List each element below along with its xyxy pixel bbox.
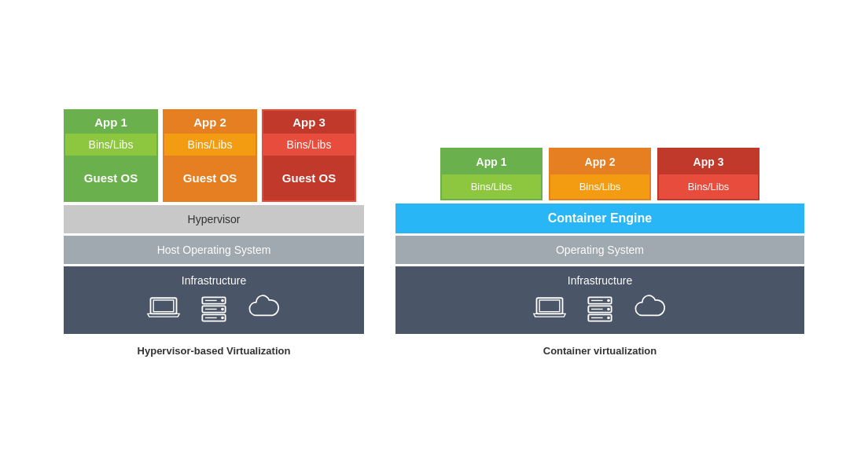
guestos3-label: Guest OS	[263, 156, 355, 200]
right-stack: App 1 Bins/Libs App 2 Bins/Libs App 3 Bi…	[395, 148, 804, 334]
left-stack: App 1 Bins/Libs Guest OS App 2 Bins/Libs…	[64, 109, 364, 334]
right-server-icon	[583, 295, 617, 323]
right-app2-label: App 2	[550, 149, 649, 174]
left-infra-layer: Infrastructure	[64, 266, 364, 334]
svg-point-7	[221, 316, 224, 319]
container-box-3: App 3 Bins/Libs	[657, 148, 760, 200]
vm-box-3: App 3 Bins/Libs Guest OS	[262, 109, 356, 202]
laptop-icon	[146, 295, 181, 323]
svg-point-18	[607, 316, 610, 319]
guestos1-label: Guest OS	[65, 156, 156, 200]
right-icons-row	[395, 287, 804, 326]
cloud-icon	[247, 295, 281, 323]
app3-label: App 3	[263, 111, 355, 134]
container-box-1: App 1 Bins/Libs	[440, 148, 542, 200]
bins3-label: Bins/Libs	[263, 134, 355, 156]
right-bins2-label: Bins/Libs	[550, 174, 649, 199]
app1-label: App 1	[65, 111, 156, 134]
svg-point-3	[221, 299, 224, 302]
container-box-2: App 2 Bins/Libs	[549, 148, 651, 200]
hostos-layer: Host Operating System	[64, 236, 364, 264]
left-diagram: App 1 Bins/Libs Guest OS App 2 Bins/Libs…	[64, 109, 364, 357]
vm-box-1: App 1 Bins/Libs Guest OS	[64, 109, 158, 202]
svg-rect-12	[539, 300, 560, 312]
hypervisor-layer: Hypervisor	[64, 205, 364, 233]
left-icons-row	[64, 287, 364, 326]
right-cloud-icon	[633, 295, 668, 323]
svg-point-14	[607, 299, 610, 302]
right-app3-label: App 3	[659, 149, 758, 174]
app2-label: App 2	[164, 111, 256, 134]
left-diagram-label: Hypervisor-based Virtualization	[138, 345, 291, 357]
bins2-label: Bins/Libs	[164, 134, 256, 156]
left-apps-row: App 1 Bins/Libs Guest OS App 2 Bins/Libs…	[64, 109, 364, 202]
bins1-label: Bins/Libs	[65, 134, 156, 156]
svg-rect-1	[153, 300, 174, 312]
right-diagram: App 1 Bins/Libs App 2 Bins/Libs App 3 Bi…	[395, 148, 804, 357]
guestos2-label: Guest OS	[164, 156, 256, 200]
right-os-layer: Operating System	[395, 236, 804, 264]
right-infra-layer: Infrastructure	[395, 266, 804, 334]
right-bins1-label: Bins/Libs	[442, 174, 541, 199]
right-bins3-label: Bins/Libs	[659, 174, 758, 199]
svg-point-5	[221, 307, 224, 310]
right-laptop-icon	[532, 295, 567, 323]
right-app1-label: App 1	[442, 149, 541, 174]
container-engine-layer: Container Engine	[395, 204, 804, 233]
main-container: App 1 Bins/Libs Guest OS App 2 Bins/Libs…	[32, 94, 836, 380]
right-apps-row: App 1 Bins/Libs App 2 Bins/Libs App 3 Bi…	[395, 148, 804, 200]
svg-point-16	[607, 307, 610, 310]
server-icon	[197, 295, 231, 323]
vm-box-2: App 2 Bins/Libs Guest OS	[163, 109, 257, 202]
right-diagram-label: Container virtualization	[543, 345, 657, 357]
